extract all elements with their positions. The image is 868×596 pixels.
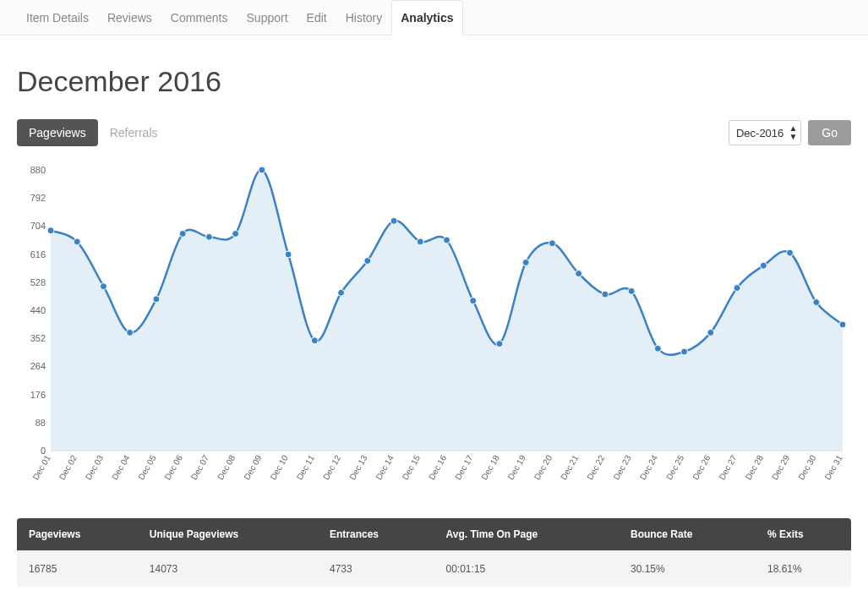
svg-text:Dec 19: Dec 19	[506, 453, 528, 481]
tab-history[interactable]: History	[336, 0, 392, 36]
right-controls: Dec-2016 ▲▼ Go	[729, 120, 851, 145]
svg-text:Dec 04: Dec 04	[110, 453, 132, 481]
tab-support[interactable]: Support	[237, 0, 298, 36]
select-arrows-icon: ▲▼	[789, 124, 797, 141]
pill-referrals[interactable]: Referrals	[98, 119, 170, 146]
svg-text:Dec 03: Dec 03	[84, 453, 106, 481]
svg-point-49	[205, 233, 212, 240]
page-title: December 2016	[17, 65, 851, 98]
svg-point-70	[760, 262, 767, 269]
tab-comments[interactable]: Comments	[161, 0, 237, 36]
th-entrances: Entrances	[318, 518, 434, 551]
svg-point-71	[787, 249, 794, 256]
pageviews-chart: 088176264352440528616704792880Dec 01Dec …	[17, 163, 851, 501]
svg-text:704: 704	[30, 221, 46, 231]
th-pageviews: Pageviews	[17, 518, 138, 551]
svg-text:Dec 11: Dec 11	[295, 453, 317, 481]
td-unique-pageviews: 14073	[138, 551, 318, 588]
svg-point-63	[576, 271, 582, 277]
svg-text:Dec 13: Dec 13	[347, 453, 369, 481]
th-exits: % Exits	[756, 518, 851, 551]
svg-text:Dec 23: Dec 23	[611, 453, 633, 481]
svg-text:Dec 25: Dec 25	[664, 453, 686, 481]
svg-point-45	[100, 283, 106, 290]
svg-text:Dec 22: Dec 22	[585, 453, 607, 481]
th-avg-time: Avg. Time On Page	[434, 518, 619, 551]
td-bounce-rate: 30.15%	[619, 551, 756, 588]
svg-text:Dec 06: Dec 06	[163, 453, 185, 481]
td-exits: 18.61%	[756, 551, 851, 588]
svg-point-48	[179, 230, 186, 237]
svg-text:528: 528	[30, 277, 46, 287]
toolbar: Pageviews Referrals Dec-2016 ▲▼ Go	[17, 119, 851, 146]
svg-point-59	[470, 298, 477, 304]
svg-text:880: 880	[30, 165, 46, 175]
svg-text:616: 616	[30, 249, 46, 260]
svg-text:Dec 24: Dec 24	[638, 453, 660, 481]
svg-point-69	[734, 285, 740, 292]
stats-table: Pageviews Unique Pageviews Entrances Avg…	[17, 518, 851, 587]
svg-point-57	[417, 238, 423, 245]
svg-point-54	[338, 289, 345, 296]
svg-text:Dec 26: Dec 26	[691, 453, 712, 481]
period-select[interactable]: Dec-2016 ▲▼	[729, 120, 801, 145]
go-button[interactable]: Go	[808, 120, 851, 145]
svg-text:Dec 10: Dec 10	[268, 453, 290, 481]
period-select-value: Dec-2016	[736, 127, 783, 139]
svg-text:176: 176	[30, 390, 46, 400]
svg-point-53	[311, 337, 318, 344]
svg-point-55	[364, 258, 371, 265]
pill-pageviews[interactable]: Pageviews	[17, 119, 98, 146]
td-pageviews: 16785	[17, 551, 138, 588]
svg-text:Dec 01: Dec 01	[30, 453, 52, 481]
svg-point-51	[259, 167, 265, 173]
svg-point-68	[707, 329, 714, 336]
svg-point-72	[813, 299, 820, 306]
svg-point-56	[390, 217, 397, 224]
svg-text:Dec 15: Dec 15	[401, 453, 423, 481]
svg-text:Dec 02: Dec 02	[57, 453, 79, 481]
svg-point-65	[628, 287, 635, 294]
svg-point-73	[839, 321, 846, 328]
table-header-row: Pageviews Unique Pageviews Entrances Avg…	[17, 518, 851, 551]
td-avg-time: 00:01:15	[434, 551, 619, 588]
svg-point-66	[654, 345, 661, 352]
svg-point-43	[47, 227, 54, 234]
svg-text:792: 792	[30, 193, 46, 203]
tab-analytics[interactable]: Analytics	[391, 0, 462, 36]
svg-text:Dec 08: Dec 08	[216, 453, 237, 481]
svg-point-60	[496, 341, 503, 347]
svg-point-47	[153, 296, 160, 303]
svg-text:Dec 28: Dec 28	[744, 453, 766, 481]
svg-text:Dec 07: Dec 07	[189, 453, 211, 481]
svg-point-61	[522, 259, 529, 265]
svg-text:88: 88	[35, 418, 46, 428]
svg-text:440: 440	[30, 305, 46, 315]
svg-text:Dec 30: Dec 30	[796, 453, 818, 481]
svg-point-67	[681, 348, 688, 355]
svg-point-52	[285, 251, 292, 258]
chart-svg: 088176264352440528616704792880Dec 01Dec …	[17, 163, 851, 501]
svg-text:Dec 17: Dec 17	[453, 453, 475, 481]
svg-text:264: 264	[30, 361, 46, 371]
svg-text:Dec 14: Dec 14	[374, 453, 396, 481]
svg-point-50	[232, 230, 239, 237]
tab-reviews[interactable]: Reviews	[98, 0, 161, 36]
nav-tabs: Item Details Reviews Comments Support Ed…	[0, 0, 868, 36]
tab-edit[interactable]: Edit	[298, 0, 336, 36]
tab-item-details[interactable]: Item Details	[17, 0, 98, 36]
svg-text:Dec 31: Dec 31	[822, 453, 844, 481]
svg-text:Dec 29: Dec 29	[770, 453, 792, 481]
svg-text:Dec 12: Dec 12	[321, 453, 343, 481]
svg-text:Dec 05: Dec 05	[136, 453, 158, 481]
svg-text:Dec 18: Dec 18	[479, 453, 501, 481]
svg-text:Dec 27: Dec 27	[717, 453, 739, 481]
svg-point-62	[549, 240, 555, 247]
svg-text:Dec 09: Dec 09	[242, 453, 264, 481]
view-pills: Pageviews Referrals	[17, 119, 170, 146]
svg-text:352: 352	[30, 333, 46, 343]
svg-point-58	[444, 237, 450, 243]
th-unique-pageviews: Unique Pageviews	[138, 518, 318, 551]
svg-text:Dec 20: Dec 20	[532, 453, 554, 481]
table-row: 16785 14073 4733 00:01:15 30.15% 18.61%	[17, 551, 851, 588]
